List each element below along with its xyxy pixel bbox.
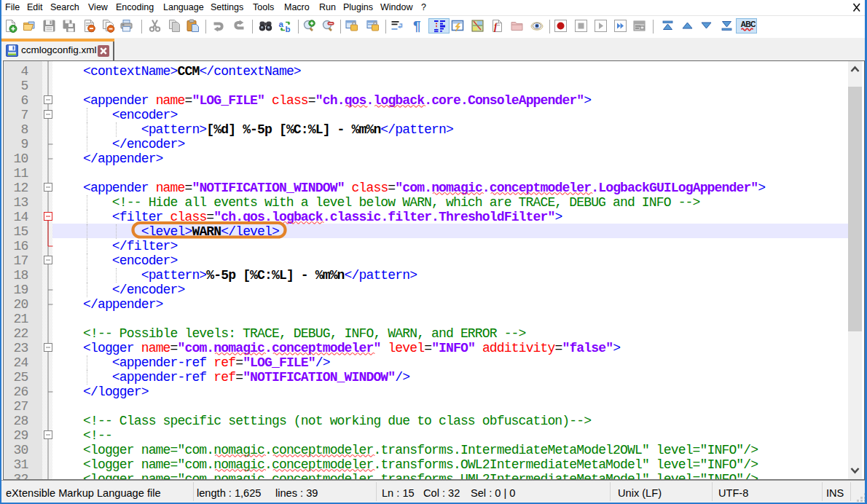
svg-text:¶: ¶ (413, 19, 421, 33)
svg-text:a: a (279, 20, 284, 28)
svg-text:ABC: ABC (741, 20, 756, 28)
svg-text:b: b (286, 25, 291, 33)
